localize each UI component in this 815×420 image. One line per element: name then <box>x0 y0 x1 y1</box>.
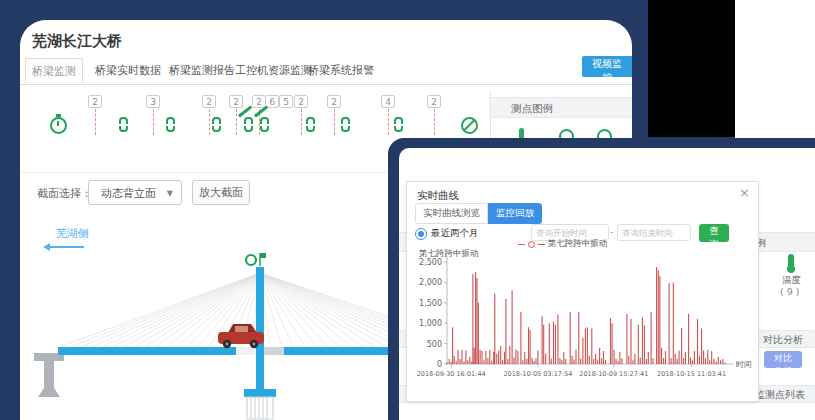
chain-link-icon[interactable] <box>260 117 269 132</box>
sensor-marker-line <box>153 109 154 135</box>
deck-segment-gray <box>264 347 284 355</box>
svg-text:时间: 时间 <box>736 360 752 369</box>
tab-bridge-monitoring[interactable]: 桥梁监测 <box>25 58 83 84</box>
legend-series-label: 第七跨跨中振动 <box>548 238 608 250</box>
tab-realtime-curve-browse[interactable]: 实时曲线浏览 <box>415 203 488 224</box>
sensor-marker-line <box>301 109 302 135</box>
svg-text:2018-09-30 16:01:44: 2018-09-30 16:01:44 <box>417 370 486 378</box>
popup-window: 测点图例 温度 ( 9 ) 对比分析 对比分析 监测点列表 实时曲线 × 实时曲… <box>388 138 815 420</box>
page-title: 芜湖长江大桥 <box>32 32 122 51</box>
svg-text:2,000: 2,000 <box>419 278 442 287</box>
legend-line <box>518 244 525 245</box>
bridge-pylon <box>256 267 264 393</box>
svg-text:500: 500 <box>427 340 442 349</box>
enlarge-section-button[interactable]: 放大截面 <box>192 180 250 205</box>
sensor-marker-line <box>236 109 237 135</box>
section-select-dropdown[interactable]: 动态背立面 ▼ <box>88 180 182 205</box>
section-select-label: 截面选择： <box>37 186 92 201</box>
thermometer-icon[interactable] <box>788 254 794 268</box>
sensor-count-badge: 2 <box>427 95 441 108</box>
tabbar-divider <box>20 84 632 85</box>
point-list-header-label: 监测点列表 <box>755 388 805 402</box>
dropdown-value: 动态背立面 <box>101 187 156 200</box>
pylon-piles <box>247 397 273 419</box>
tab-monitor-playback[interactable]: 监控回放 <box>488 203 542 224</box>
close-icon[interactable]: × <box>739 185 750 200</box>
tab-bridge-monitor-report[interactable]: 桥梁监测报告 <box>169 58 235 84</box>
sensor-count-badge: 4 <box>381 95 395 108</box>
chain-link-icon[interactable] <box>119 117 128 132</box>
legend-panel-title: 测点图例 <box>491 97 632 118</box>
desktop-background: 芜湖长江大桥 桥梁监测 桥梁实时数据 桥梁监测报告 工控机资源监测 桥梁系统报警… <box>0 0 815 420</box>
bridge-pier <box>34 353 64 397</box>
sensor-marker-line <box>434 109 435 135</box>
svg-text:1,500: 1,500 <box>419 299 442 308</box>
sensor-count-badge: 2 <box>229 95 243 108</box>
time-range-separator: - <box>610 227 613 237</box>
tab-bridge-realtime-data[interactable]: 桥梁实时数据 <box>95 58 161 84</box>
chain-link-icon[interactable] <box>306 117 315 132</box>
temperature-count: ( 9 ) <box>780 286 800 297</box>
vibration-chart: 05001,0001,5002,0002,5002018-09-30 16:01… <box>409 252 753 396</box>
sensor-marker-line <box>334 109 335 135</box>
chain-link-icon[interactable] <box>212 117 221 132</box>
sensor-count-badge: 2 <box>88 95 102 108</box>
legend-marker-icon <box>528 241 535 248</box>
sensor-count-badge: 2 <box>327 95 341 108</box>
sensor-marker-line <box>388 109 389 135</box>
tab-ipc-resource-monitor[interactable]: 工控机资源监测 <box>235 58 312 84</box>
tab-bridge-system-alarm[interactable]: 桥梁系统报警 <box>308 58 374 84</box>
svg-text:2018-10-09 15:27:41: 2018-10-09 15:27:41 <box>579 370 648 378</box>
sensor-count-badge: 5 <box>279 95 293 108</box>
compare-analysis-header-label: 对比分析 <box>763 333 803 347</box>
sensor-count-badge: 3 <box>146 95 160 108</box>
sensor-count-badge: 2 <box>202 95 216 108</box>
popup-window-content: 测点图例 温度 ( 9 ) 对比分析 对比分析 监测点列表 实时曲线 × 实时曲… <box>399 148 815 420</box>
chain-link-icon[interactable] <box>244 117 253 132</box>
desktop-black-region <box>648 0 735 137</box>
svg-text:1,000: 1,000 <box>419 319 442 328</box>
realtime-curve-dialog: 实时曲线 × 实时曲线浏览 监控回放 最近两个月 - 查询 第七跨跨中振动 <box>406 181 759 402</box>
dialog-tabbar: 实时曲线浏览 监控回放 <box>415 203 542 224</box>
svg-text:0: 0 <box>437 360 442 369</box>
sensor-marker-line <box>95 109 96 135</box>
chart-y-axis-title: 第七跨跨中振动 <box>419 248 479 260</box>
sensor-count-badge: 2 <box>294 95 308 108</box>
chain-link-icon[interactable] <box>341 117 350 132</box>
chevron-down-icon: ▼ <box>167 181 173 206</box>
video-monitor-button[interactable]: 视频监控 <box>582 56 632 77</box>
chain-link-icon[interactable] <box>394 117 403 132</box>
anemometer-icon[interactable] <box>246 253 266 266</box>
legend-line <box>538 244 545 245</box>
stopwatch-icon[interactable] <box>50 117 67 134</box>
svg-text:2018-10-05 03:17:54: 2018-10-05 03:17:54 <box>503 370 572 378</box>
deck-segment-light <box>236 347 258 355</box>
dialog-title: 实时曲线 <box>417 189 459 203</box>
pylon-crossbeam <box>244 389 276 397</box>
compare-analysis-button[interactable]: 对比分析 <box>764 351 802 368</box>
svg-text:2018-10-15 11:03:41: 2018-10-15 11:03:41 <box>657 370 726 378</box>
ban-icon[interactable] <box>461 117 478 134</box>
background-window-fragment <box>735 0 815 140</box>
chain-link-icon[interactable] <box>166 117 175 132</box>
sensor-marker-line <box>209 109 210 135</box>
